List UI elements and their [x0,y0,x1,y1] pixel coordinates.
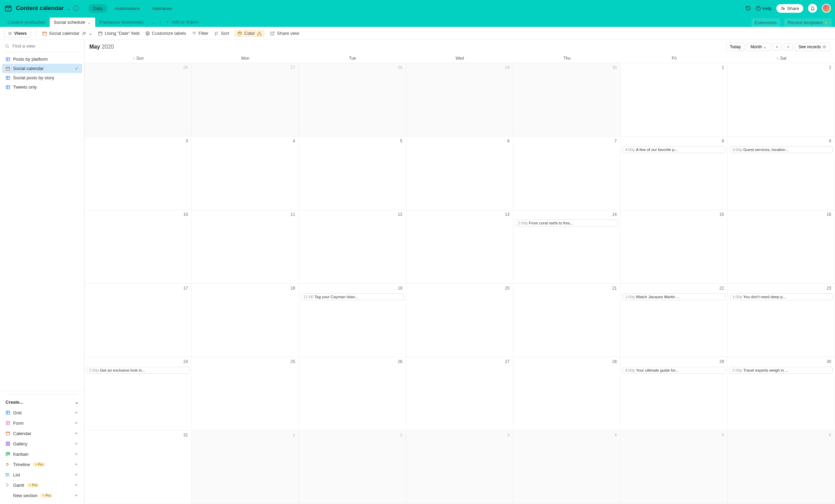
calendar-cell[interactable]: 302:00pTravel experts weigh in ... [728,357,835,431]
calendar-cell[interactable]: 29 [406,63,514,137]
calendar-cell[interactable]: 28 [513,357,620,431]
calendar-cell[interactable]: 26 [85,63,192,137]
create-view-item[interactable]: New section ✦Pro ＋ [2,490,82,501]
info-icon[interactable]: i [73,6,79,11]
share-button[interactable]: Share [776,4,803,13]
calendar-cell[interactable]: 1911:00Tag your Cayman Islan... [299,284,406,357]
calendar-cell[interactable]: 84:00pA few of our favorite p... [620,137,728,210]
record-templates-button[interactable]: Record templates ✦ [784,18,832,27]
calendar-cell[interactable]: 11 [192,210,299,283]
calendar-cell[interactable]: 17 [85,284,192,357]
create-view-item[interactable]: Gallery ＋ [2,439,82,449]
history-button[interactable] [745,6,751,11]
base-title[interactable]: Content calendar [16,5,64,12]
mode-automations-tab[interactable]: Automations [110,4,145,13]
calendar-cell[interactable]: 27 [406,357,514,431]
calendar-event[interactable]: 2:00pFrom coral reefs to fres... [515,220,618,226]
chevron-down-icon[interactable]: ⌄ [67,6,70,11]
calendar-cell[interactable]: 13 [406,210,514,283]
calendar-event[interactable]: 2:00pGet an exclusive look in... [87,367,189,374]
today-button[interactable]: Today [726,43,745,51]
calendar-event[interactable]: 1:00pYou don't need deep p... [730,293,833,300]
help-button[interactable]: Help [756,6,772,11]
calendar-cell[interactable]: 142:00pFrom coral reefs to fres... [513,210,620,283]
calendar-cell[interactable]: 28 [299,63,406,137]
create-view-toggle[interactable]: Create... ⌄ [2,397,82,407]
plus-icon[interactable]: ＋ [74,430,79,436]
filter-button[interactable]: Filter [192,31,209,36]
mode-interfaces-tab[interactable]: Interfaces [148,4,177,13]
mode-data-tab[interactable]: Data [88,4,107,13]
table-tab[interactable]: Social schedule⌄ [50,18,95,27]
avatar[interactable] [822,4,831,13]
views-button[interactable]: Views [4,29,31,38]
table-tab[interactable]: Content production [3,18,50,27]
view-list-item[interactable]: Social posts by story [2,73,82,82]
calendar-cell[interactable]: 26 [299,357,406,431]
calendar-cell[interactable]: 18 [192,284,299,357]
calendar-cell[interactable]: 7 [513,137,620,210]
plus-icon[interactable]: ＋ [74,420,79,426]
create-view-item[interactable]: Calendar ＋ [2,428,82,439]
find-view-input[interactable] [12,43,79,49]
plus-icon[interactable]: ＋ [74,472,79,478]
calendar-cell[interactable]: 3 [85,137,192,210]
share-view-button[interactable]: Share view [270,31,299,36]
plus-icon[interactable]: ＋ [74,410,79,416]
plus-icon[interactable]: ＋ [74,461,79,467]
plus-icon[interactable]: ＋ [74,482,79,488]
base-icon[interactable]: 7 [4,4,12,12]
calendar-event[interactable]: 2:00pTravel experts weigh in ... [730,367,833,374]
calendar-event[interactable]: 3:00pGuest services, location... [730,146,833,153]
calendar-cell[interactable]: 6 [406,137,514,210]
add-or-import-button[interactable]: ＋Add or import [162,17,202,27]
customize-labels-button[interactable]: Customize labels [145,31,186,36]
calendar-cell[interactable]: 93:00pGuest services, location... [728,137,835,210]
calendar-cell[interactable]: 3 [406,431,514,504]
table-tab[interactable]: Freelancer timesheets [95,18,148,27]
calendar-cell[interactable]: 15 [620,210,728,283]
create-view-item[interactable]: Grid ＋ [2,407,82,418]
calendar-event[interactable]: 4:00pA few of our favorite p... [623,146,725,153]
scope-button[interactable]: Month ⌄ [747,43,771,51]
calendar-cell[interactable]: 27 [192,63,299,137]
plus-icon[interactable]: ＋ [74,492,79,498]
create-view-item[interactable]: Gantt ✦Pro ＋ [2,480,82,490]
calendar-cell[interactable]: 231:00pYou don't need deep p... [728,284,835,357]
calendar-cell[interactable]: 2 [299,431,406,504]
calendar-cell[interactable]: 31 [85,431,192,504]
calendar-cell[interactable]: 16 [728,210,835,283]
calendar-cell[interactable]: 10 [85,210,192,283]
sort-button[interactable]: Sort [214,31,229,36]
color-button[interactable]: Color [235,29,265,37]
calendar-cell[interactable]: 6 [728,431,835,504]
calendar-cell[interactable]: 30 [513,63,620,137]
calendar-cell[interactable]: 4 [513,431,620,504]
calendar-cell[interactable]: 12 [299,210,406,283]
calendar-cell[interactable]: 4 [192,137,299,210]
next-button[interactable] [784,43,793,50]
calendar-cell[interactable]: 5 [620,431,728,504]
view-list-item[interactable]: Tweets only [2,82,82,92]
tables-menu-button[interactable]: ⌄ [148,18,159,27]
calendar-event[interactable]: 11:00Tag your Cayman Islan... [301,293,404,300]
prev-button[interactable] [773,43,782,50]
see-records-button[interactable]: See records [795,43,830,51]
plus-icon[interactable]: ＋ [74,451,79,457]
calendar-cell[interactable]: 1 [620,63,728,137]
view-list-item[interactable]: Social calendar✓ [2,64,82,73]
chevron-down-icon[interactable]: ⌄ [87,20,91,25]
create-view-item[interactable]: List ＋ [2,470,82,480]
using-field-button[interactable]: Using "Date" field [98,31,140,36]
calendar-cell[interactable]: 21 [513,284,620,357]
plus-icon[interactable]: ＋ [74,441,79,447]
create-view-item[interactable]: Form ＋ [2,418,82,428]
notifications-button[interactable] [808,4,817,13]
calendar-cell[interactable]: 242:00pGet an exclusive look in... [85,357,192,431]
calendar-cell[interactable]: 5 [299,137,406,210]
calendar-cell[interactable]: 2 [728,63,835,137]
calendar-cell[interactable]: 20 [406,284,514,357]
view-list-item[interactable]: Posts by platform [2,54,82,64]
calendar-cell[interactable]: 294:00pYour ultimate guide for... [620,357,728,431]
calendar-event[interactable]: 4:00pYour ultimate guide for... [623,367,725,374]
